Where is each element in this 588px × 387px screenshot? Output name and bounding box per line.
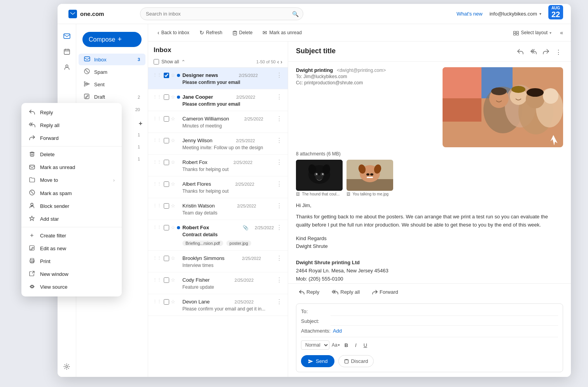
context-menu-reply-all[interactable]: Reply all [21,119,122,132]
forward-button[interactable]: Forward [369,288,401,296]
email-checkbox[interactable] [164,225,169,230]
star-icon[interactable]: ☆ [171,94,175,100]
context-menu-create-filter[interactable]: + Create filter [21,229,122,242]
compose-button[interactable]: Compose + [82,32,142,47]
date-badge[interactable]: Aug 22 [548,5,563,19]
email-checkbox[interactable] [164,94,169,100]
email-more-icon[interactable]: ⋮ [275,276,283,284]
star-icon[interactable]: ☆ [171,181,175,187]
context-menu-block-sender[interactable]: Block sender [21,200,122,213]
next-page-icon[interactable]: › [280,59,282,65]
discard-button[interactable]: Discard [338,355,374,367]
more-options-icon[interactable]: ⋮ [554,47,563,58]
star-icon[interactable]: ☆ [171,72,175,78]
email-checkbox[interactable] [164,277,169,283]
mark-unread-button[interactable]: ✉ Mark as unread [259,27,305,38]
folder-add-icon[interactable]: + [139,120,142,127]
email-checkbox[interactable] [164,203,169,209]
forward-icon[interactable] [541,47,551,58]
email-more-icon[interactable]: ⋮ [275,224,283,231]
underline-button[interactable]: U [361,341,369,349]
email-checkbox[interactable] [164,73,169,78]
sidebar-item-draft[interactable]: Draft 2 [79,91,145,103]
font-size-control[interactable]: Aa ▾ [332,342,340,348]
email-item[interactable]: ⋮⋮ ☆ Robert Fox 📎 2/25/20 [148,220,288,251]
format-select[interactable]: Normal [301,340,329,350]
email-more-icon[interactable]: ⋮ [275,180,283,188]
email-more-icon[interactable]: ⋮ [275,202,283,209]
email-more-icon[interactable]: ⋮ [275,159,283,166]
reply-to-input[interactable] [331,309,558,316]
sort-icon[interactable]: ⌃ [181,59,186,65]
select-layout-button[interactable]: Select layout ▾ [509,27,555,38]
email-item[interactable]: ⋮⋮ ☆ Cameron Williamson 2/25/2022 ⋮ [148,111,288,133]
sidebar-item-inbox[interactable]: Inbox 3 [79,54,145,65]
attachment-thumb-2[interactable]: 🖼 You talking to me.jpg [346,160,393,196]
star-icon[interactable]: ☆ [171,277,175,283]
attachment-thumb-1[interactable]: 🖼 The hound that coul... [296,160,343,196]
left-icon-contacts[interactable] [60,61,74,74]
left-icon-calendar[interactable] [60,45,74,58]
star-icon[interactable]: ☆ [171,203,175,209]
refresh-button[interactable]: ↻ Refresh [196,27,226,38]
context-menu-edit-new[interactable]: Edit as new [21,242,122,255]
context-menu-move-to[interactable]: Move to › [21,174,122,187]
left-icon-mail[interactable] [60,30,74,43]
email-checkbox[interactable] [164,256,169,261]
context-menu-new-window[interactable]: New window [21,268,122,281]
whats-new-link[interactable]: What's new [457,11,483,17]
left-icon-settings[interactable] [60,360,74,373]
account-dropdown[interactable]: info@luckybikes.com ▾ [490,11,541,17]
email-checkbox[interactable] [164,181,169,187]
sidebar-item-sent[interactable]: Sent [79,78,145,91]
email-more-icon[interactable]: ⋮ [275,93,283,101]
reply-button[interactable]: Reply [296,288,322,296]
reply-icon[interactable] [516,47,525,58]
prev-page-icon[interactable]: ‹ [277,59,279,65]
star-icon[interactable]: ☆ [171,116,175,122]
star-icon[interactable]: ☆ [171,138,175,143]
email-checkbox[interactable] [164,116,169,122]
email-more-icon[interactable]: ⋮ [275,137,283,144]
email-item[interactable]: ⋮⋮ ☆ Designer news 2/25/2022 ⋮ [148,68,288,89]
search-input[interactable] [140,7,303,20]
context-menu-view-source[interactable]: View source [21,281,122,293]
reply-all-button[interactable]: Reply all [329,288,363,296]
reply-subject-input[interactable] [331,318,558,326]
email-item[interactable]: ⋮⋮ ☆ Kristin Watson 2/25/2022 ⋮ [148,198,288,220]
collapse-button[interactable]: « [558,28,565,37]
star-icon[interactable]: ☆ [171,159,175,165]
email-item[interactable]: ⋮⋮ ☆ Brooklyn Simmons 2/25/2022 ⋮ [148,251,288,272]
context-menu-add-star[interactable]: Add star [21,213,122,225]
reply-all-icon[interactable] [528,47,538,58]
email-item[interactable]: ⋮⋮ ☆ Jane Cooper 2/25/2022 ⋮ [148,89,288,111]
sidebar-item-spam[interactable]: Spam [79,66,145,78]
email-more-icon[interactable]: ⋮ [275,298,283,305]
email-item[interactable]: ⋮⋮ ☆ Devon Lane 2/25/2022 ⋮ [148,294,288,316]
back-to-inbox-button[interactable]: ‹ Back to inbox [154,27,193,38]
email-item[interactable]: ⋮⋮ ☆ Albert Flores 2/25/2022 ⋮ [148,176,288,198]
context-menu-mark-spam[interactable]: Mark as spam [21,187,122,200]
send-button[interactable]: Send [301,355,334,367]
email-checkbox[interactable] [164,160,169,165]
star-icon[interactable]: ☆ [171,225,175,230]
email-item[interactable]: ⋮⋮ ☆ Cody Fisher 2/25/2022 ⋮ [148,272,288,294]
email-more-icon[interactable]: ⋮ [275,115,283,122]
context-menu-reply[interactable]: Reply [21,106,122,119]
email-item[interactable]: ⋮⋮ ☆ Robert Fox 2/25/2022 ⋮ [148,155,288,176]
email-checkbox[interactable] [164,138,169,143]
email-item[interactable]: ⋮⋮ ☆ Jenny Wilson 2/25/2022 ⋮ [148,133,288,155]
email-more-icon[interactable]: ⋮ [275,255,283,262]
italic-button[interactable]: I [353,341,359,349]
reply-attach-link[interactable]: Add [333,328,342,334]
bold-button[interactable]: B [342,341,350,349]
email-more-icon[interactable]: ⋮ [275,71,283,79]
star-icon[interactable]: ☆ [171,299,175,305]
context-menu-delete[interactable]: Delete [21,148,122,161]
delete-button[interactable]: Delete [229,27,257,38]
context-menu-forward[interactable]: Forward [21,132,122,145]
context-menu-mark-unread[interactable]: Mark as unread [21,161,122,174]
select-all-checkbox[interactable] [154,59,159,64]
star-icon[interactable]: ☆ [171,255,175,261]
email-checkbox[interactable] [164,299,169,305]
